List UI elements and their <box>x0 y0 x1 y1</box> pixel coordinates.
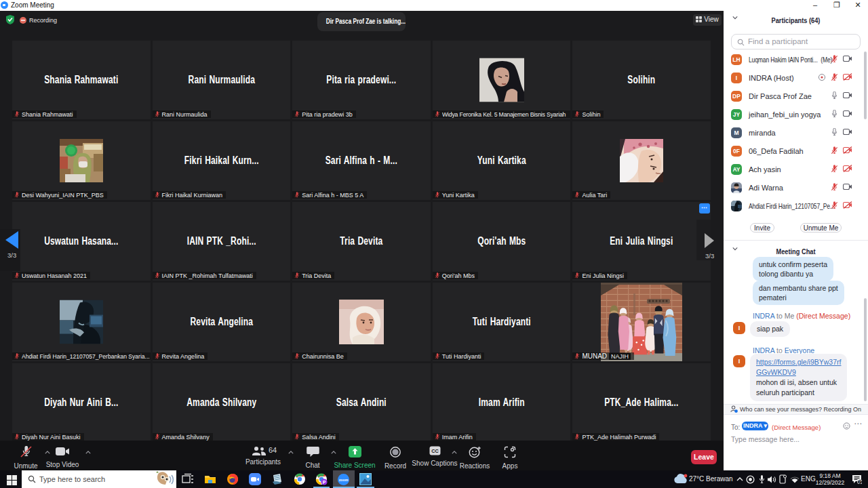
svg-text:zoom: zoom <box>339 477 349 481</box>
svg-text:P: P <box>323 480 326 485</box>
svg-text:CC: CC <box>431 448 438 454</box>
